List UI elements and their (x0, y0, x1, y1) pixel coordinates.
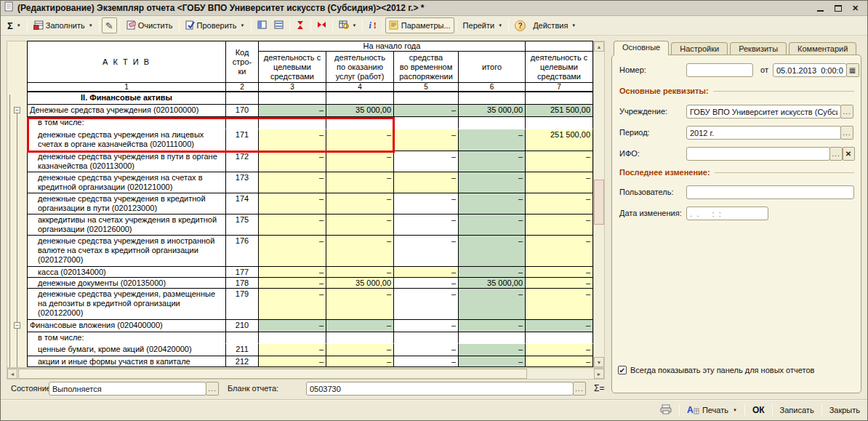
value-cell[interactable]: – (394, 105, 459, 117)
tab-kommentariy[interactable]: Комментарий (789, 42, 856, 55)
value-cell[interactable]: 35 000,00 (326, 105, 394, 117)
value-cell[interactable]: – (259, 236, 326, 267)
row-code-cell[interactable]: 178 (226, 278, 259, 289)
info-button[interactable]: i! (365, 17, 379, 33)
value-cell[interactable] (259, 92, 326, 105)
row-code-cell[interactable]: 210 (226, 320, 259, 332)
row-code-cell[interactable]: 176 (226, 236, 259, 267)
value-cell[interactable]: – (459, 236, 526, 267)
value-cell[interactable]: – (526, 151, 593, 172)
number-input[interactable] (686, 63, 753, 77)
value-cell[interactable]: – (259, 356, 326, 367)
scroll-right-button[interactable]: ► (594, 369, 604, 379)
row-code-cell[interactable]: 211 (226, 344, 259, 356)
value-cell[interactable]: – (459, 172, 526, 193)
value-cell[interactable]: – (259, 214, 326, 236)
row-label-cell[interactable]: денежные средства учреждения в кредитной… (28, 193, 226, 214)
value-cell[interactable]: 35 000,00 (459, 278, 526, 289)
calendar-button[interactable]: ▦ (846, 63, 859, 77)
value-cell[interactable]: – (259, 344, 326, 356)
value-cell[interactable]: – (394, 129, 459, 151)
scroll-left-button[interactable]: ◄ (7, 369, 17, 379)
blank-input[interactable] (306, 382, 574, 396)
value-cell[interactable]: – (259, 289, 326, 320)
scroll-down-button[interactable]: ▼ (594, 357, 604, 367)
value-cell[interactable]: 35 000,00 (326, 278, 394, 289)
value-cell[interactable]: – (326, 289, 394, 320)
value-cell[interactable]: – (459, 193, 526, 214)
row-label-cell[interactable]: Финансовые вложения (020400000) (28, 320, 226, 332)
row-code-cell[interactable]: 171 (226, 129, 259, 151)
row-label-cell[interactable]: денежные средства учреждения в пути в ор… (28, 151, 226, 172)
maximize-button[interactable] (832, 3, 844, 14)
value-cell[interactable]: – (526, 267, 593, 278)
value-cell[interactable]: – (526, 172, 593, 193)
vertical-scroll-thumb[interactable] (594, 180, 604, 225)
value-cell[interactable]: – (394, 356, 459, 367)
value-cell[interactable]: – (459, 129, 526, 151)
value-cell[interactable] (326, 117, 394, 129)
value-cell[interactable]: – (459, 151, 526, 172)
row-label-cell[interactable]: денежные средства учреждения в иностранн… (28, 236, 226, 267)
ok-button[interactable]: ОК (750, 404, 768, 416)
value-cell[interactable]: – (326, 214, 394, 236)
actions-button[interactable]: Действия▼ (529, 17, 579, 33)
state-select-button[interactable]: ... (206, 382, 219, 396)
value-cell[interactable]: – (326, 320, 394, 332)
value-cell[interactable]: – (394, 151, 459, 172)
close-button[interactable]: ✕ (849, 3, 861, 14)
close-window-button[interactable]: Закрыть (827, 405, 863, 415)
clear-button[interactable]: Очистить (122, 17, 177, 33)
row-code-cell[interactable] (226, 117, 259, 129)
value-cell[interactable]: – (326, 267, 394, 278)
row-label-cell[interactable]: в том числе: (28, 117, 226, 129)
value-cell[interactable] (526, 117, 593, 129)
value-cell[interactable] (394, 92, 459, 105)
date-input[interactable] (773, 63, 847, 77)
row-code-cell[interactable] (226, 332, 259, 344)
check-button[interactable]: Проверить ▼ (182, 17, 249, 33)
tab-osnovnye[interactable]: Основные (614, 41, 669, 55)
row-label-cell[interactable]: денежные средства учреждения на счетах в… (28, 172, 226, 193)
row-code-cell[interactable]: 173 (226, 172, 259, 193)
value-cell[interactable]: – (326, 172, 394, 193)
value-cell[interactable]: – (394, 267, 459, 278)
value-cell[interactable] (259, 117, 326, 129)
value-cell[interactable] (459, 332, 526, 344)
row-code-cell[interactable]: 179 (226, 289, 259, 320)
value-cell[interactable]: – (394, 320, 459, 332)
value-cell[interactable]: – (459, 320, 526, 332)
tab-rekvizity[interactable]: Реквизиты (730, 42, 787, 55)
institution-input[interactable] (686, 105, 841, 119)
ifo-input[interactable] (686, 147, 830, 161)
row-code-cell[interactable] (226, 92, 259, 105)
horizontal-scrollbar[interactable]: ◄ ► (7, 368, 605, 380)
row-code-cell[interactable]: 174 (226, 193, 259, 214)
value-cell[interactable] (459, 92, 526, 105)
fill-button[interactable]: Заполнить ▼ (30, 17, 97, 33)
row-label-cell[interactable]: аккредитивы на счетах учреждения в креди… (28, 214, 226, 236)
value-cell[interactable] (326, 332, 394, 344)
value-cell[interactable]: – (526, 320, 593, 332)
value-cell[interactable] (326, 92, 394, 105)
ifo-select-button[interactable]: ... (829, 147, 843, 161)
value-cell[interactable]: – (326, 356, 394, 367)
goto-button[interactable]: Перейти▼ (459, 17, 507, 33)
save-button[interactable]: Записать (777, 405, 817, 415)
value-cell[interactable]: 251 500,00 (526, 105, 593, 117)
value-cell[interactable]: – (459, 214, 526, 236)
value-cell[interactable]: – (259, 151, 326, 172)
value-cell[interactable]: – (259, 278, 326, 289)
value-cell[interactable]: – (526, 344, 593, 356)
value-cell[interactable]: – (459, 344, 526, 356)
table-zoom-button[interactable]: ▼ (335, 17, 361, 33)
value-cell[interactable]: – (394, 344, 459, 356)
value-cell[interactable]: – (526, 278, 593, 289)
collapse-cols-button[interactable] (313, 17, 330, 33)
value-cell[interactable]: – (259, 193, 326, 214)
value-cell[interactable]: – (526, 356, 593, 367)
period-select-button[interactable]: ... (840, 126, 853, 140)
row-label-cell[interactable]: акции и иные формы участия в капитале (28, 356, 226, 367)
row-code-cell[interactable]: 212 (226, 356, 259, 367)
collapse-rows-button[interactable] (292, 17, 308, 33)
